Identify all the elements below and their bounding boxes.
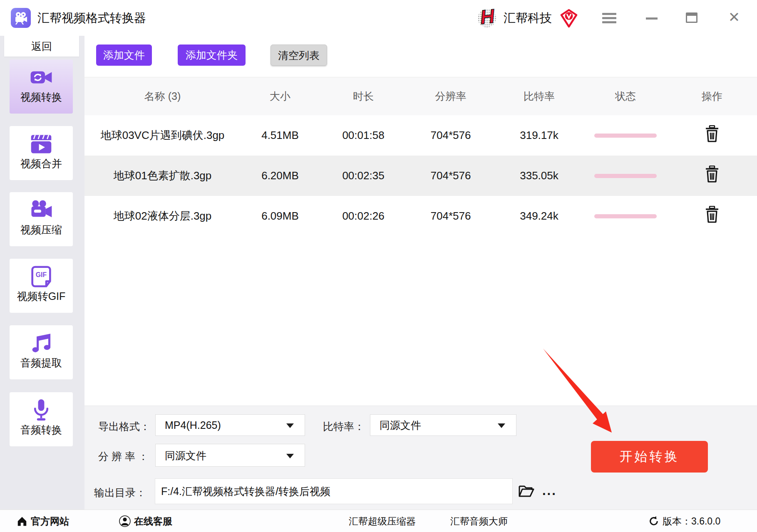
sidebar-item-label: 视频压缩 (20, 223, 62, 237)
titlebar: 汇帮视频格式转换器 H 汇帮科技 ✕ (0, 0, 757, 36)
col-size: 大小 (241, 89, 320, 103)
sidebar-item-video-to-gif[interactable]: GIF 视频转GIF (10, 259, 73, 313)
sidebar-item-video-merge[interactable]: 视频合并 (10, 126, 73, 180)
close-button[interactable]: ✕ (725, 0, 743, 36)
sidebar-item-label: 音频转换 (20, 423, 62, 437)
chevron-down-icon (498, 423, 505, 428)
resolution-select[interactable]: 同源文件 (155, 444, 305, 467)
output-dir-input[interactable]: F:/4.汇帮视频格式转换器/转换后视频 (155, 478, 513, 504)
progress-bar (584, 174, 667, 178)
progress-bar (584, 214, 667, 218)
bitrate-label: 比特率： (323, 420, 365, 433)
chevron-down-icon (286, 454, 294, 458)
export-format-select[interactable]: MP4(H.265) (155, 414, 305, 436)
svg-text:GIF: GIF (36, 271, 47, 278)
official-site-link[interactable]: 官方网站 (17, 510, 69, 532)
delete-row-icon[interactable] (704, 125, 720, 143)
maximize-button[interactable] (683, 0, 700, 36)
col-status: 状态 (584, 89, 667, 103)
col-duration: 时长 (320, 89, 407, 103)
open-folder-icon[interactable] (518, 483, 535, 498)
main-content: 添加文件 添加文件夹 清空列表 名称 (3) 大小 时长 分辨率 比特率 状态 … (84, 36, 757, 510)
file-name: 地球02液体分层.3gp (84, 209, 241, 223)
file-resolution: 704*576 (407, 129, 494, 142)
file-bitrate: 319.17k (494, 129, 584, 142)
footer: 官方网站 在线客服 汇帮超级压缩器 汇帮音频大师 版本：3.6.0.0 (0, 510, 757, 532)
file-duration: 00:01:58 (320, 129, 407, 142)
file-resolution: 704*576 (407, 210, 494, 223)
file-size: 6.20MB (241, 169, 320, 182)
file-size: 4.51MB (241, 129, 320, 142)
app-title: 汇帮视频格式转换器 (37, 0, 146, 36)
video-compress-icon (29, 198, 53, 222)
output-dir-label: 输出目录： (94, 486, 146, 500)
microphone-icon (31, 398, 52, 422)
delete-row-icon[interactable] (704, 206, 720, 223)
sidebar-item-audio-convert[interactable]: 音频转换 (10, 392, 73, 446)
vip-badge-icon[interactable] (559, 9, 578, 28)
col-name: 名称 (3) (84, 89, 241, 103)
col-bitrate: 比特率 (494, 89, 584, 103)
minimize-button[interactable] (643, 0, 660, 36)
online-service-link[interactable]: 在线客服 (119, 510, 172, 532)
video-convert-icon (29, 65, 53, 89)
browse-more-button[interactable]: ... (542, 483, 557, 498)
sidebar-item-video-compress[interactable]: 视频压缩 (10, 192, 73, 246)
person-icon (119, 515, 131, 527)
file-bitrate: 335.05k (494, 169, 584, 182)
refresh-icon (648, 516, 659, 527)
table-header: 名称 (3) 大小 时长 分辨率 比特率 状态 操作 (84, 77, 757, 115)
video-to-gif-icon: GIF (30, 265, 52, 289)
chevron-down-icon (286, 423, 294, 428)
super-compressor-link[interactable]: 汇帮超级压缩器 (349, 510, 416, 532)
table-row[interactable]: 地球01色素扩散.3gp 6.20MB 00:02:35 704*576 335… (84, 156, 757, 196)
menu-button[interactable] (599, 0, 619, 36)
add-folder-button[interactable]: 添加文件夹 (178, 45, 246, 66)
sidebar-item-audio-extract[interactable]: 音频提取 (10, 325, 73, 379)
sidebar: 返回 视频转换 (0, 36, 84, 510)
sidebar-item-label: 视频转GIF (17, 290, 66, 303)
version-info: 版本：3.6.0.0 (648, 510, 720, 532)
start-convert-button[interactable]: 开始转换 (591, 441, 708, 473)
file-name: 地球03VC片遇到碘伏.3gp (84, 128, 241, 143)
delete-row-icon[interactable] (704, 166, 720, 183)
export-format-label: 导出格式： (98, 420, 150, 433)
back-button[interactable]: 返回 (4, 36, 79, 57)
file-duration: 00:02:26 (320, 210, 407, 223)
sidebar-item-label: 音频提取 (20, 356, 62, 370)
col-action: 操作 (667, 89, 757, 103)
sidebar-item-label: 视频转换 (20, 90, 62, 104)
bitrate-select[interactable]: 同源文件 (370, 414, 516, 436)
file-duration: 00:02:35 (320, 169, 407, 182)
app-logo-icon (11, 8, 31, 28)
file-name: 地球01色素扩散.3gp (84, 168, 241, 183)
settings-panel: 导出格式： MP4(H.265) 比特率： 同源文件 分 辨 率 ： 同源文件 … (84, 406, 757, 510)
sidebar-item-video-convert[interactable]: 视频转换 (10, 59, 73, 114)
file-size: 6.09MB (241, 210, 320, 223)
brand-name: 汇帮科技 (504, 0, 552, 36)
progress-bar (584, 134, 667, 138)
music-note-icon (30, 331, 52, 355)
table-row[interactable]: 地球03VC片遇到碘伏.3gp 4.51MB 00:01:58 704*576 … (84, 115, 757, 156)
file-bitrate: 349.24k (494, 210, 584, 223)
sidebar-item-label: 视频合并 (20, 157, 62, 171)
audio-master-link[interactable]: 汇帮音频大师 (450, 510, 508, 532)
clear-list-button[interactable]: 清空列表 (271, 45, 327, 66)
app-window: 汇帮视频格式转换器 H 汇帮科技 ✕ 返回 (0, 0, 757, 532)
resolution-label: 分 辨 率 ： (98, 450, 149, 463)
table-row[interactable]: 地球02液体分层.3gp 6.09MB 00:02:26 704*576 349… (84, 196, 757, 236)
file-resolution: 704*576 (407, 169, 494, 182)
home-icon (17, 516, 27, 527)
video-merge-icon (30, 132, 52, 156)
add-file-button[interactable]: 添加文件 (96, 45, 152, 66)
col-resolution: 分辨率 (407, 89, 494, 103)
brand-logo-icon: H (477, 7, 499, 29)
